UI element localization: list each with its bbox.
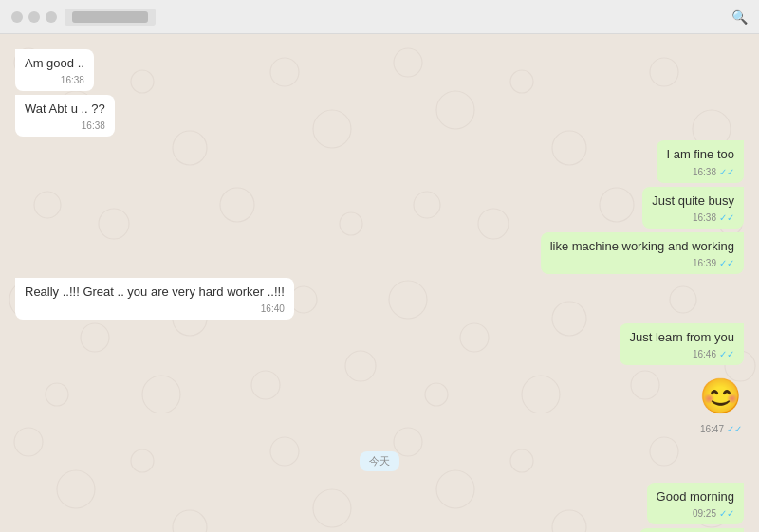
message-text: Good morning: [657, 489, 734, 504]
window-min-btn[interactable]: [28, 11, 40, 23]
bubble-meta: 16:46 ✓✓: [629, 348, 734, 361]
message-time: 16:38: [61, 74, 84, 87]
message-time: 16:38: [693, 211, 716, 225]
bubble-meta: 16:38 ✓✓: [666, 166, 734, 179]
bubble-meta: 16:40: [25, 303, 285, 316]
message-row: Really ..!!! Great .. you are very hard …: [15, 278, 744, 320]
message-tick: ✓✓: [719, 166, 734, 179]
message-row: Am good .. 16:38: [15, 49, 744, 91]
chat-bubble-right: Just quite busy 16:38 ✓✓: [642, 187, 744, 229]
title-bar: 🔍: [0, 0, 759, 34]
message-text: Wat Abt u .. ??: [25, 101, 105, 116]
message-time: 16:39: [693, 257, 716, 270]
message-emoji: 😊: [699, 376, 742, 415]
bubble-meta: 16:38 ✓✓: [652, 211, 734, 225]
window-max-btn[interactable]: [46, 11, 57, 23]
message-time: 16:46: [693, 348, 716, 361]
message-text: I am fine too: [666, 147, 734, 161]
message-tick: ✓✓: [727, 423, 742, 436]
message-row: 09:25 ✓✓: [15, 528, 744, 532]
message-time: 16:47: [700, 423, 724, 436]
search-icon[interactable]: 🔍: [731, 9, 748, 25]
bubble-meta: 16:47 ✓✓: [699, 423, 742, 436]
message-row: Just learn from you 16:46 ✓✓: [15, 323, 744, 365]
message-row: Good morning 09:25 ✓✓: [15, 483, 744, 524]
message-row: like machine working and working 16:39 ✓…: [15, 232, 744, 274]
window-title: [65, 9, 156, 26]
date-divider: 今天: [15, 451, 744, 471]
chat-bubble-right: I am fine too 16:38 ✓✓: [657, 140, 744, 182]
chat-bubble-right: Just learn from you 16:46 ✓✓: [620, 323, 744, 365]
message-tick: ✓✓: [719, 211, 734, 225]
message-time: 16:38: [82, 119, 105, 133]
chat-bubble-left: Am good .. 16:38: [15, 49, 94, 91]
message-tick: ✓✓: [719, 257, 734, 270]
message-text: like machine working and working: [550, 239, 734, 253]
chat-bubble-right: 😊 16:47 ✓✓: [697, 369, 744, 439]
chat-bubble-left: Wat Abt u .. ?? 16:38: [15, 95, 115, 137]
window-close-btn[interactable]: [11, 11, 23, 23]
chat-bubble-right: Good morning 09:25 ✓✓: [647, 483, 744, 524]
chat-bubble-right: like machine working and working 16:39 ✓…: [541, 232, 744, 274]
message-row: 😊 16:47 ✓✓: [15, 369, 744, 439]
window-controls: [11, 11, 57, 23]
chat-bubble-right: 09:25 ✓✓: [639, 528, 744, 532]
bubble-meta: 16:38: [25, 74, 84, 87]
message-tick: ✓✓: [719, 348, 734, 361]
message-row: I am fine too 16:38 ✓✓: [15, 140, 744, 182]
message-text: Am good ..: [25, 56, 84, 70]
date-label: 今天: [360, 451, 399, 471]
message-text: Just quite busy: [652, 193, 734, 208]
chat-area: Am good .. 16:38 Wat Abt u .. ?? 16:38 I…: [0, 34, 759, 532]
title-bar-left: [11, 9, 156, 26]
bubble-meta: 16:38: [25, 119, 105, 133]
chat-bubble-left: Really ..!!! Great .. you are very hard …: [15, 278, 294, 320]
message-text: Just learn from you: [629, 330, 734, 344]
message-time: 16:38: [693, 166, 716, 179]
message-tick: ✓✓: [719, 507, 734, 521]
message-time: 09:25: [693, 507, 716, 521]
message-row: Just quite busy 16:38 ✓✓: [15, 187, 744, 229]
message-time: 16:40: [261, 303, 285, 316]
message-row: Wat Abt u .. ?? 16:38: [15, 95, 744, 137]
bubble-meta: 09:25 ✓✓: [657, 507, 734, 521]
message-text: Really ..!!! Great .. you are very hard …: [25, 284, 285, 299]
bubble-meta: 16:39 ✓✓: [550, 257, 734, 270]
